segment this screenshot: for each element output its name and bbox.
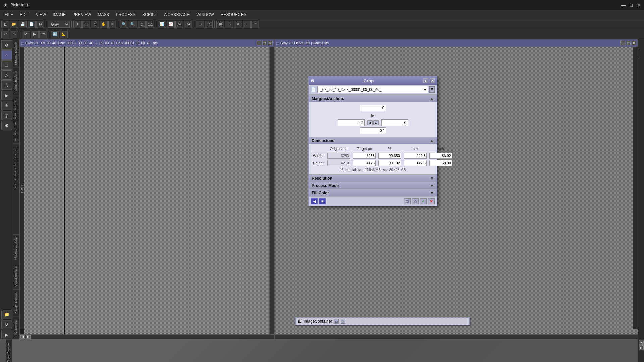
menu-image[interactable]: IMAGE (50, 12, 68, 18)
process-mode-section[interactable]: Process Mode ▼ (309, 182, 437, 189)
right-scrollbar-v[interactable] (633, 47, 638, 329)
tool-console[interactable]: ▶ (1, 330, 12, 339)
margin-bottom-input[interactable] (360, 127, 386, 134)
tool-circle[interactable]: ○ (1, 50, 12, 60)
menu-file[interactable]: FILE (2, 12, 16, 18)
margin-top-input[interactable] (360, 105, 386, 111)
tool-folder[interactable]: 📁 (1, 310, 12, 319)
footer-save-btn[interactable]: ◇ (412, 198, 419, 204)
footer-new-btn[interactable]: □ (404, 198, 411, 204)
crop-file-select[interactable]: _09_00_40_Dark_00001_09_00_40_ (317, 86, 428, 93)
right-win-min[interactable]: _ (620, 41, 625, 45)
margins-section-header[interactable]: Margins/Anchors ▲ (309, 95, 437, 102)
footer-apply-btn[interactable]: ✓ (420, 198, 427, 204)
footer-square-btn[interactable]: ■ (319, 198, 326, 204)
zoom-100-btn[interactable]: 1:1 (146, 21, 154, 28)
fill-color-section[interactable]: Fill Color ▼ (309, 189, 437, 196)
right-win-restore[interactable]: □ (626, 41, 631, 45)
tool-target[interactable]: ◎ (1, 111, 12, 120)
stf-btn[interactable]: ≋ (39, 31, 47, 38)
left-win-min[interactable]: _ (257, 41, 261, 45)
tab-process-explorer[interactable]: Process Explorer (13, 39, 19, 68)
tool-settings[interactable]: ⚙ (1, 121, 12, 130)
resolution-expand[interactable]: ▼ (430, 176, 434, 181)
mask-btn[interactable]: ⊗ (184, 21, 192, 28)
margin-right-input[interactable] (381, 119, 408, 126)
zoom-fit-btn[interactable]: ◻ (138, 21, 146, 28)
menu-window[interactable]: WINDOW (194, 12, 217, 18)
scroll-right-btn[interactable]: ▶ (26, 335, 31, 339)
select-rect-btn[interactable]: ▭ (196, 21, 204, 28)
grid-btn5[interactable]: ⋯ (251, 21, 259, 28)
realtime-btn[interactable]: ▶ (31, 31, 39, 38)
right-win-close[interactable]: ✕ (632, 41, 636, 45)
right-scrollbar-h[interactable] (275, 334, 638, 339)
grid-btn1[interactable]: ⊞ (216, 21, 224, 28)
open-btn[interactable]: 📂 (10, 21, 18, 28)
color-mode-select[interactable]: Gray RGB/K (48, 21, 70, 28)
tool-play[interactable]: ▶ (1, 90, 12, 100)
margin-left-input[interactable] (338, 119, 365, 126)
zoom-in-btn[interactable]: 🔍 (129, 21, 137, 28)
tab-history-explorer[interactable]: History Explorer (13, 289, 19, 316)
new-btn[interactable]: 🗋 (1, 21, 9, 28)
crosshair-btn[interactable]: ✛ (73, 21, 82, 28)
screen-transfer-btn[interactable]: ⤢ (22, 31, 30, 38)
menu-preview[interactable]: PREVIEW (70, 12, 94, 18)
minimize-btn[interactable]: — (621, 2, 626, 8)
grid-btn2[interactable]: ⊟ (225, 21, 233, 28)
scroll-left-btn[interactable]: ◀ (20, 335, 25, 339)
tab-file-1[interactable]: 09_00_40_Dark_00001_09_00_40_ (13, 95, 19, 143)
grid-btn3[interactable]: ⊠ (234, 21, 242, 28)
crop-close-btn[interactable]: ✕ (430, 78, 435, 83)
tab-file-2[interactable]: 09_00_40_Dark_00001_09_00_40_ (13, 143, 19, 192)
tab-file-explorer[interactable]: File Explorer (13, 316, 19, 339)
tool-star[interactable]: ✦ (1, 101, 12, 110)
menu-script[interactable]: SCRIPT (140, 12, 160, 18)
crop-dropdown-arrow[interactable]: ▼ (429, 86, 435, 93)
select-btn[interactable]: ⬚ (82, 21, 90, 28)
undo-btn[interactable]: ↩ (1, 31, 9, 38)
select-ellipse-btn[interactable]: ⊙ (205, 21, 213, 28)
annotate-btn[interactable]: 🔤 (51, 31, 59, 38)
bottom-tab-1[interactable]: Object Explorer (6, 339, 11, 362)
arrow-up-btn[interactable]: ▲ (373, 120, 379, 125)
tab-format-explorer[interactable]: Format Explorer (13, 68, 19, 95)
left-win-close[interactable]: ✕ (268, 41, 273, 45)
eyedrop-btn[interactable]: ✒ (108, 21, 116, 28)
tool-pointer[interactable]: ⚙ (1, 40, 12, 50)
width-cm-input[interactable] (404, 153, 427, 159)
histogram-btn[interactable]: 📊 (158, 21, 166, 28)
rpanel-tab-1[interactable] (638, 39, 640, 49)
bottom-right-btn1[interactable]: ◀ (639, 340, 644, 345)
height-cm-input[interactable] (404, 160, 427, 166)
fill-color-expand[interactable]: ▼ (430, 191, 434, 195)
tool-refresh[interactable]: ↺ (1, 320, 12, 329)
menu-edit[interactable]: EDIT (17, 12, 32, 18)
menu-workspace[interactable]: WORKSPACE (161, 12, 192, 18)
tool-rect[interactable]: □ (1, 60, 12, 70)
crop-expand-btn[interactable]: ▲ (423, 78, 428, 83)
menu-process[interactable]: PROCESS (113, 12, 138, 18)
width-inch-input[interactable] (429, 153, 452, 159)
width-original-input[interactable] (327, 153, 350, 159)
menu-resources[interactable]: RESOURCES (218, 12, 249, 18)
height-original-input[interactable] (327, 160, 350, 166)
image-container-restore[interactable]: □ (334, 319, 339, 324)
bottom-right-btn2[interactable]: ▶ (639, 345, 644, 350)
left-scrollbar-h[interactable]: ◀ ▶ (20, 334, 274, 339)
arrow-left-btn[interactable]: ◀ (367, 120, 373, 125)
close-file-btn[interactable]: ⊠ (36, 21, 44, 28)
dimensions-section-header[interactable]: Dimensions ▲ (309, 137, 437, 144)
height-target-input[interactable] (353, 160, 376, 166)
margins-expand-icon[interactable]: ▲ (429, 96, 434, 101)
grid-btn4[interactable]: ⋮ (243, 21, 251, 28)
rpanel-tab-2[interactable] (638, 49, 640, 59)
pan-btn[interactable]: ✋ (100, 21, 108, 28)
tab-object-explorer[interactable]: Object Explorer (13, 263, 19, 289)
close-btn[interactable]: ✕ (637, 2, 641, 8)
preview-btn[interactable]: 👁 (175, 21, 183, 28)
saveas-btn[interactable]: 📄 (28, 21, 36, 28)
left-scrollbar-v[interactable] (269, 47, 274, 334)
tool-triangle[interactable]: △ (1, 70, 12, 80)
